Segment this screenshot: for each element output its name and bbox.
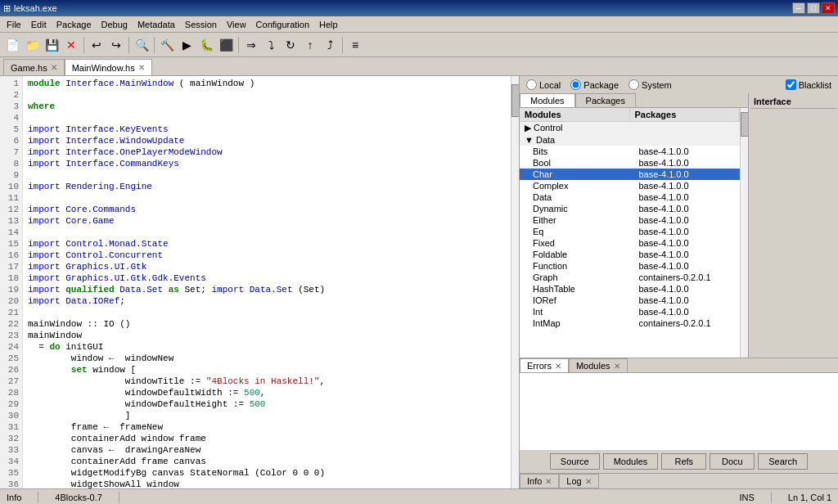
menu-session[interactable]: Session xyxy=(180,18,222,31)
status-position: Ln 1, Col 1 xyxy=(788,493,831,502)
menu-help[interactable]: Help xyxy=(314,18,343,31)
menu-metadata[interactable]: Metadata xyxy=(133,18,180,31)
tab-modules[interactable]: Modules xyxy=(520,93,575,107)
checkbox-blacklist[interactable]: Blacklist xyxy=(786,79,831,90)
module-item-char[interactable]: Char base-4.1.0.0 xyxy=(520,169,740,180)
module-group-control[interactable]: ▶ Control xyxy=(520,122,740,134)
build-button[interactable]: 🔨 xyxy=(158,36,176,54)
module-item-bits[interactable]: Bits base-4.1.0.0 xyxy=(520,146,740,157)
menu-debug[interactable]: Debug xyxy=(97,18,133,31)
module-item-complex[interactable]: Complex base-4.1.0.0 xyxy=(520,180,740,191)
errors-tabs: Errors ✕ Modules ✕ xyxy=(520,358,838,373)
module-scroll-thumb[interactable] xyxy=(741,112,748,137)
log-tab-close[interactable]: ✕ xyxy=(585,477,592,486)
tab-mainwindow-label: MainWindow.hs xyxy=(72,63,135,73)
modules-tab-close[interactable]: ✕ xyxy=(614,362,620,371)
open-button[interactable]: 📁 xyxy=(23,36,41,54)
module-item-graph[interactable]: Graph containers-0.2.0.1 xyxy=(520,272,740,283)
source-button[interactable]: Source xyxy=(550,453,600,470)
errors-content xyxy=(520,373,838,450)
new-button[interactable]: 📄 xyxy=(3,36,21,54)
refs-button[interactable]: Refs xyxy=(661,453,706,470)
menu-package[interactable]: Package xyxy=(52,18,97,31)
run-button[interactable]: ▶ xyxy=(178,36,196,54)
info-tab-close[interactable]: ✕ xyxy=(545,477,552,486)
tab-log[interactable]: Log ✕ xyxy=(559,474,598,488)
status-project: 4Blocks-0.7 xyxy=(55,493,101,502)
module-item-intmap[interactable]: IntMap containers-0.2.0.1 xyxy=(520,317,740,329)
tab-game[interactable]: Game.hs ✕ xyxy=(3,59,65,75)
continue-button[interactable]: ↻ xyxy=(282,36,300,54)
module-list[interactable]: Modules Packages ▶ Control xyxy=(520,108,740,358)
module-item-int[interactable]: Int base-4.1.0.0 xyxy=(520,306,740,317)
minimize-button[interactable]: ─ xyxy=(792,2,805,14)
stop-btn[interactable]: ⬛ xyxy=(217,36,235,54)
tab-errors[interactable]: Errors ✕ xyxy=(520,358,569,372)
undo-button[interactable]: ↩ xyxy=(88,36,106,54)
module-item-function[interactable]: Function base-4.1.0.0 xyxy=(520,260,740,272)
close-button[interactable]: ✕ xyxy=(822,2,835,14)
module-item-foldable[interactable]: Foldable base-4.1.0.0 xyxy=(520,249,740,260)
step-out-button[interactable]: ↑ xyxy=(301,36,319,54)
info-tabs: Info ✕ Log ✕ xyxy=(520,473,838,488)
module-item-dynamic[interactable]: Dynamic base-4.1.0.0 xyxy=(520,203,740,214)
module-item-eq[interactable]: Eq base-4.1.0.0 xyxy=(520,226,740,237)
radio-package[interactable]: Package xyxy=(570,79,619,90)
module-item-hashtable[interactable]: HashTable base-4.1.0.0 xyxy=(520,283,740,295)
tab-packages[interactable]: Packages xyxy=(575,93,636,107)
separator-3 xyxy=(154,37,155,53)
module-item-either[interactable]: Either base-4.1.0.0 xyxy=(520,214,740,226)
module-group-data[interactable]: ▼ Data xyxy=(520,134,740,146)
step-button[interactable]: ⤵ xyxy=(262,36,280,54)
radio-local[interactable]: Local xyxy=(526,79,561,90)
code-editor[interactable]: module Interface.MainWindow ( mainWindow… xyxy=(23,76,511,488)
debug-btn[interactable]: 🐛 xyxy=(197,36,215,54)
search-button[interactable]: Search xyxy=(758,453,808,470)
module-list-area: Modules Packages ▶ Control xyxy=(520,108,748,358)
radio-system[interactable]: System xyxy=(628,79,672,90)
toolbar: 📄 📁 💾 ✕ ↩ ↪ 🔍 🔨 ▶ 🐛 ⬛ ⇒ ⤵ ↻ ↑ ⤴ ≡ xyxy=(0,33,838,57)
window-title: leksah.exe xyxy=(14,3,57,13)
interface-panel: Interface xyxy=(748,93,838,358)
status-info: Info xyxy=(7,493,21,502)
status-bar: Info 4Blocks-0.7 INS Ln 1, Col 1 xyxy=(0,488,838,504)
extra-btn[interactable]: ≡ xyxy=(346,36,364,54)
menu-view[interactable]: View xyxy=(222,18,251,31)
editor-scrollbar[interactable] xyxy=(511,76,519,488)
module-item-ioref[interactable]: IORef base-4.1.0.0 xyxy=(520,295,740,306)
tab-info[interactable]: Info ✕ xyxy=(520,474,559,488)
tab-game-label: Game.hs xyxy=(11,63,47,73)
separator-2 xyxy=(128,37,129,53)
editor-scroll-thumb[interactable] xyxy=(511,84,519,117)
app-icon: ⊞ xyxy=(3,3,11,14)
errors-tab-close[interactable]: ✕ xyxy=(555,362,561,371)
docu-button[interactable]: Docu xyxy=(710,453,755,470)
step-local-button[interactable]: ⤴ xyxy=(321,36,339,54)
module-item-data[interactable]: Data base-4.1.0.0 xyxy=(520,191,740,203)
menu-file[interactable]: File xyxy=(2,18,26,31)
interface-header: Interface xyxy=(750,95,836,109)
tab-mainwindow-close[interactable]: ✕ xyxy=(138,63,145,72)
close-doc-button[interactable]: ✕ xyxy=(62,36,80,54)
module-item-bool[interactable]: Bool base-4.1.0.0 xyxy=(520,157,740,169)
save-button[interactable]: 💾 xyxy=(43,36,61,54)
expand-icon-control: ▶ xyxy=(525,123,534,133)
expand-icon-data: ▼ xyxy=(525,135,536,145)
right-tabs: Modules Packages xyxy=(520,93,748,108)
tab-mainwindow[interactable]: MainWindow.hs ✕ xyxy=(65,59,152,75)
line-numbers: 1 2 3 4 5 6 7 8 9 10 11 12 13 14 15 16 1… xyxy=(0,76,23,488)
tab-game-close[interactable]: ✕ xyxy=(51,63,57,72)
tab-modules-bottom[interactable]: Modules ✕ xyxy=(569,358,628,372)
maximize-button[interactable]: □ xyxy=(807,2,820,14)
find-button[interactable]: 🔍 xyxy=(133,36,151,54)
module-scrollbar[interactable] xyxy=(740,108,748,358)
menu-edit[interactable]: Edit xyxy=(26,18,52,31)
module-item-fixed[interactable]: Fixed base-4.1.0.0 xyxy=(520,237,740,249)
redo-button[interactable]: ↪ xyxy=(107,36,125,54)
modules-button[interactable]: Modules xyxy=(603,453,659,470)
editor-panel: 1 2 3 4 5 6 7 8 9 10 11 12 13 14 15 16 1… xyxy=(0,76,519,488)
main-content: 1 2 3 4 5 6 7 8 9 10 11 12 13 14 15 16 1… xyxy=(0,76,838,488)
separator-1 xyxy=(83,37,84,53)
jump-button[interactable]: ⇒ xyxy=(242,36,260,54)
menu-configuration[interactable]: Configuration xyxy=(251,18,314,31)
